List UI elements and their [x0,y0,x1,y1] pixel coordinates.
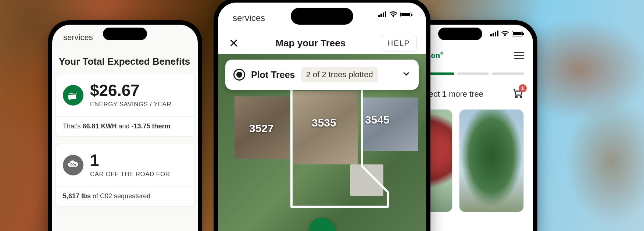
co2-detail: 5,617 lbs of C02 sequestered [56,186,194,206]
cellular-icon [378,11,386,17]
cars-value: 1 [90,152,170,168]
phone-benefits: services Your Total Expected Benefits [48,20,202,231]
cart-count-badge: 1 [519,84,527,92]
chevron-down-icon[interactable] [402,70,411,80]
cars-caption: CAR OFF THE ROAD FOR [90,171,170,178]
co2-icon: CO₂ [63,155,83,175]
garage-3535 [350,164,383,196]
help-button[interactable]: HELP [381,35,417,51]
tree-image-pine [459,110,524,212]
savings-detail: That's 66.81 KWH and -13.75 therm [56,116,194,136]
cart-button[interactable]: 1 [512,87,524,101]
dynamic-island [438,28,482,40]
house-label-3535: 3535 [312,117,336,129]
tree-card-pine[interactable] [459,109,524,212]
svg-point-7 [520,96,522,98]
wifi-icon [389,11,397,17]
co2-card: CO₂ 1 CAR OFF THE ROAD FOR 5,617 lbs of … [55,144,195,206]
house-label-3545: 3545 [365,114,390,126]
plot-trees-panel[interactable]: Plot Trees 2 of 2 trees plotted [225,60,419,90]
dynamic-island [103,28,147,40]
dynamic-island [291,8,353,25]
radio-selected-icon [233,69,245,81]
close-button[interactable] [227,36,240,50]
plot-count-badge: 2 of 2 trees plotted [301,67,378,82]
map-nav-bar: Map your Trees HELP [218,32,426,54]
svg-rect-2 [68,94,77,100]
menu-button[interactable] [514,52,524,59]
status-bar-right [378,11,411,17]
wifi-icon [501,31,509,36]
status-bar-right [490,31,523,36]
phone-map: services Map your Trees HELP [214,0,430,231]
services-label: services [233,13,265,23]
savings-value: $26.67 [90,82,171,99]
battery-icon [400,12,411,17]
satellite-map[interactable]: 3527 3535 3545 Plot Trees 2 of 2 trees p… [218,54,426,231]
money-icon [63,85,83,106]
savings-card: $26.67 ENERGY SAVINGS / YEAR That's 66.8… [55,74,195,136]
svg-point-6 [516,96,517,98]
plot-trees-label: Plot Trees [251,70,295,80]
savings-caption: ENERGY SAVINGS / YEAR [90,101,171,108]
benefits-title: Your Total Expected Benefits [55,56,195,74]
battery-icon [512,31,523,36]
page-title: Map your Trees [276,38,346,49]
cellular-icon [490,31,498,36]
house-label-3527: 3527 [249,122,274,135]
svg-text:CO₂: CO₂ [70,163,76,166]
services-label: services [63,33,93,42]
